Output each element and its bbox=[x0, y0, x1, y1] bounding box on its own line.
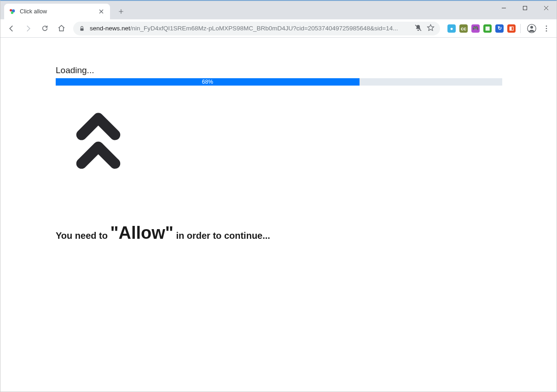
extension-icons: ●cc🎮▦↻◧ bbox=[447, 24, 516, 33]
notifications-muted-icon[interactable] bbox=[414, 24, 422, 33]
progress-bar: 68% bbox=[56, 78, 502, 86]
double-chevron-up-icon bbox=[74, 109, 501, 173]
allow-message: You need to "Allow" in order to continue… bbox=[56, 223, 501, 243]
minimize-button[interactable] bbox=[493, 1, 514, 15]
svg-point-8 bbox=[546, 28, 547, 29]
loading-label: Loading... bbox=[56, 65, 501, 75]
url-text: send-news.net/nin_FyD4xfQI1SREm68Mz-pLoM… bbox=[90, 25, 414, 32]
profile-button[interactable] bbox=[525, 22, 538, 35]
reload-button[interactable] bbox=[37, 21, 52, 36]
allow-message-pre: You need to bbox=[56, 231, 110, 241]
back-button[interactable] bbox=[4, 21, 19, 36]
progress-fill: 68% bbox=[56, 78, 360, 86]
ext-green-icon[interactable]: ▦ bbox=[483, 24, 492, 33]
new-tab-button[interactable] bbox=[115, 5, 128, 18]
tab-title: Click allow bbox=[20, 8, 97, 15]
bookmark-star-icon[interactable] bbox=[427, 24, 435, 33]
window-controls bbox=[493, 1, 557, 15]
svg-rect-3 bbox=[523, 6, 527, 10]
url-path: /nin_FyD4xfQI1SREm68Mz-pLoMXPS98MC_BRb0m… bbox=[130, 25, 398, 32]
svg-point-9 bbox=[546, 30, 547, 31]
ext-search-icon[interactable]: ● bbox=[447, 24, 456, 33]
url-domain: send-news.net bbox=[90, 25, 130, 32]
address-bar[interactable]: send-news.net/nin_FyD4xfQI1SREm68Mz-pLoM… bbox=[73, 22, 440, 35]
ext-orange-icon[interactable]: ◧ bbox=[507, 24, 516, 33]
maximize-button[interactable] bbox=[514, 1, 535, 15]
ext-sync-icon[interactable]: ↻ bbox=[495, 24, 504, 33]
tab-close-button[interactable] bbox=[97, 7, 105, 16]
progress-percent-text: 68% bbox=[202, 79, 213, 85]
allow-message-emphasis: "Allow" bbox=[110, 223, 174, 242]
browser-toolbar: send-news.net/nin_FyD4xfQI1SREm68Mz-pLoM… bbox=[0, 19, 557, 38]
page-content: Loading... 68% You need to "Allow" in or… bbox=[0, 38, 557, 271]
allow-message-post: in order to continue... bbox=[174, 231, 270, 241]
toolbar-divider bbox=[520, 24, 521, 33]
home-button[interactable] bbox=[54, 21, 69, 36]
svg-point-2 bbox=[11, 12, 13, 14]
ext-game-icon[interactable]: 🎮 bbox=[471, 24, 480, 33]
lock-icon bbox=[79, 25, 85, 32]
browser-titlebar: Click allow bbox=[0, 1, 557, 19]
tab-favicon-icon bbox=[9, 8, 16, 15]
svg-point-7 bbox=[546, 25, 547, 27]
forward-button[interactable] bbox=[21, 21, 35, 36]
ext-cc-icon[interactable]: cc bbox=[459, 24, 468, 33]
browser-menu-button[interactable] bbox=[540, 22, 553, 35]
close-window-button[interactable] bbox=[535, 1, 557, 15]
svg-point-0 bbox=[10, 9, 12, 12]
svg-point-6 bbox=[530, 26, 533, 29]
svg-rect-4 bbox=[81, 28, 84, 30]
browser-tab[interactable]: Click allow bbox=[4, 4, 110, 19]
